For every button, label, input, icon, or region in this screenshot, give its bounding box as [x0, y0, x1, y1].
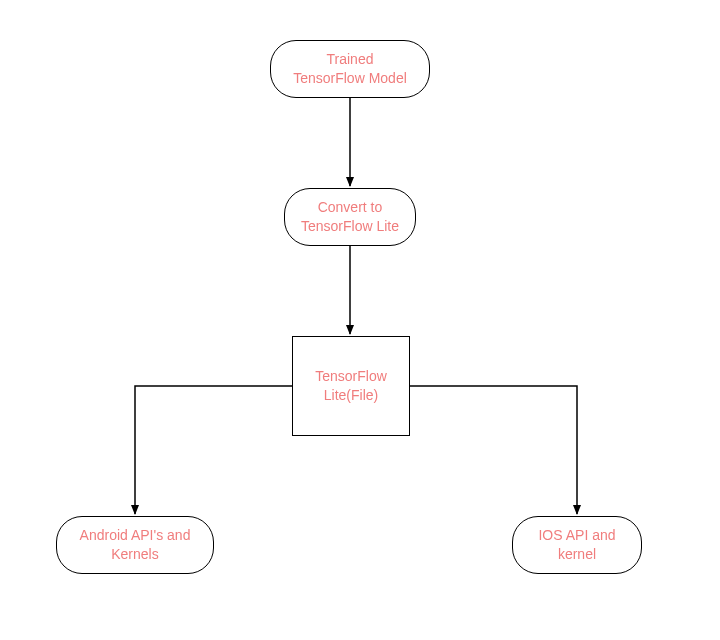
node-label: Trained TensorFlow Model: [293, 50, 407, 88]
node-convert: Convert to TensorFlow Lite: [284, 188, 416, 246]
node-ios: IOS API and kernel: [512, 516, 642, 574]
node-label: TensorFlow Lite(File): [315, 367, 387, 405]
edge-file-ios: [410, 386, 577, 514]
node-label: Convert to TensorFlow Lite: [301, 198, 399, 236]
node-label: IOS API and kernel: [538, 526, 615, 564]
node-label: Android API's and Kernels: [80, 526, 191, 564]
node-tflite-file: TensorFlow Lite(File): [292, 336, 410, 436]
node-trained-model: Trained TensorFlow Model: [270, 40, 430, 98]
node-android: Android API's and Kernels: [56, 516, 214, 574]
edge-file-android: [135, 386, 292, 514]
